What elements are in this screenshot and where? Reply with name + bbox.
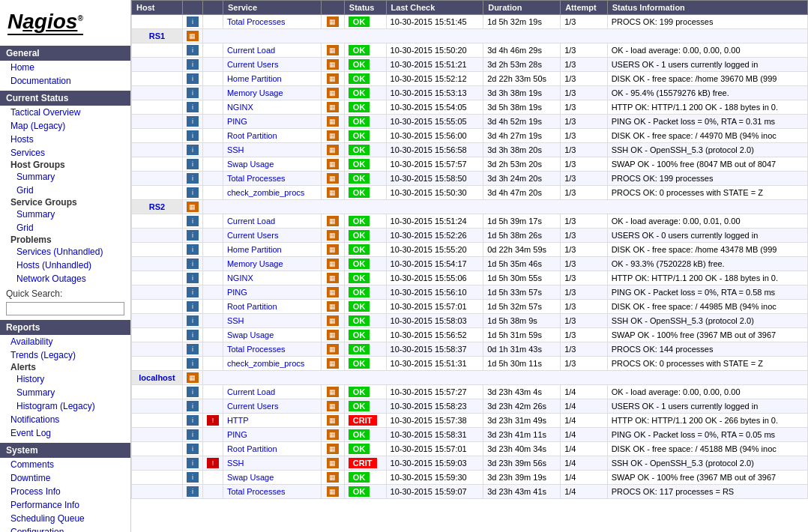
host-graph-icon[interactable]: ▦ bbox=[187, 202, 199, 212]
service-check-icon[interactable]: i bbox=[187, 472, 199, 483]
service-perf-icon[interactable]: ▦ bbox=[327, 344, 339, 354]
service-name-link[interactable]: Current Users bbox=[227, 60, 278, 69]
service-name-link[interactable]: Home Partition bbox=[227, 245, 282, 254]
host-name[interactable]: RS2 bbox=[149, 202, 165, 211]
service-perf-icon[interactable]: ▦ bbox=[327, 415, 339, 426]
sidebar-item-configuration[interactable]: Configuration bbox=[0, 525, 130, 532]
sidebar-item-performance-info[interactable]: Performance Info bbox=[0, 498, 130, 512]
host-name[interactable]: RS1 bbox=[149, 31, 165, 40]
sidebar-item-hosts[interactable]: Hosts bbox=[0, 133, 130, 146]
service-perf-icon[interactable]: ▦ bbox=[327, 187, 339, 198]
service-check-icon[interactable]: i bbox=[187, 59, 199, 70]
service-perf-icon[interactable]: ▦ bbox=[327, 130, 339, 141]
service-check-icon[interactable]: i bbox=[187, 45, 199, 55]
service-name-link[interactable]: SSH bbox=[227, 459, 244, 468]
sidebar-item-process-info[interactable]: Process Info bbox=[0, 485, 130, 498]
service-name-link[interactable]: SSH bbox=[227, 145, 244, 154]
service-perf-icon[interactable]: ▦ bbox=[327, 216, 339, 226]
service-name-link[interactable]: SSH bbox=[227, 316, 244, 325]
service-name-link[interactable]: Home Partition bbox=[227, 74, 282, 83]
service-check-icon[interactable]: i bbox=[187, 130, 199, 141]
sidebar-item-histogram-legacy[interactable]: Histogram (Legacy) bbox=[0, 399, 130, 413]
host-name[interactable]: localhost bbox=[139, 373, 175, 382]
service-perf-icon[interactable]: ▦ bbox=[327, 73, 339, 84]
service-perf-icon[interactable]: ▦ bbox=[327, 315, 339, 326]
service-perf-icon[interactable]: ▦ bbox=[327, 330, 339, 340]
service-flag-icon[interactable]: ! bbox=[207, 415, 219, 426]
service-name-link[interactable]: Current Load bbox=[227, 217, 275, 226]
service-name-link[interactable]: Current Load bbox=[227, 387, 275, 396]
service-perf-icon[interactable]: ▦ bbox=[327, 429, 339, 440]
service-check-icon[interactable]: i bbox=[187, 230, 199, 241]
service-perf-icon[interactable]: ▦ bbox=[327, 486, 339, 497]
service-perf-icon[interactable]: ▦ bbox=[327, 244, 339, 255]
service-perf-icon[interactable]: ▦ bbox=[327, 259, 339, 269]
sidebar-item-hosts-unhandled[interactable]: Hosts (Unhandled) bbox=[0, 259, 130, 272]
service-check-icon[interactable]: i bbox=[187, 429, 199, 440]
service-perf-icon[interactable]: ▦ bbox=[327, 387, 339, 397]
service-name-link[interactable]: Total Processes bbox=[227, 345, 286, 354]
service-check-icon[interactable]: i bbox=[187, 145, 199, 155]
service-check-icon[interactable]: i bbox=[187, 244, 199, 255]
service-name-link[interactable]: Total Processes bbox=[227, 17, 286, 26]
sidebar-item-notifications[interactable]: Notifications bbox=[0, 413, 130, 426]
service-check-icon[interactable]: i bbox=[187, 159, 199, 169]
service-check-icon[interactable]: i bbox=[187, 330, 199, 340]
service-check-icon[interactable]: i bbox=[187, 486, 199, 497]
service-check-icon[interactable]: i bbox=[187, 387, 199, 397]
service-check-icon[interactable]: i bbox=[187, 187, 199, 198]
host-graph-icon[interactable]: ▦ bbox=[187, 372, 199, 383]
service-check-icon[interactable]: i bbox=[187, 73, 199, 84]
service-name-link[interactable]: PING bbox=[227, 430, 247, 439]
host-graph-icon[interactable]: ▦ bbox=[187, 31, 199, 41]
service-name-link[interactable]: PING bbox=[227, 288, 247, 297]
sidebar-item-services-unhandled[interactable]: Services (Unhandled) bbox=[0, 245, 130, 259]
service-perf-icon[interactable]: ▦ bbox=[327, 230, 339, 241]
service-perf-icon[interactable]: ▦ bbox=[327, 173, 339, 184]
service-name-link[interactable]: Swap Usage bbox=[227, 160, 274, 169]
service-check-icon[interactable]: i bbox=[187, 216, 199, 226]
service-name-link[interactable]: NGINX bbox=[227, 273, 253, 282]
service-check-icon[interactable]: i bbox=[187, 16, 199, 27]
service-name-link[interactable]: Memory Usage bbox=[227, 88, 283, 97]
sidebar-item-home[interactable]: Home bbox=[0, 61, 130, 74]
service-perf-icon[interactable]: ▦ bbox=[327, 116, 339, 127]
quick-search-input[interactable] bbox=[6, 302, 124, 315]
service-perf-icon[interactable]: ▦ bbox=[327, 102, 339, 112]
service-check-icon[interactable]: i bbox=[187, 102, 199, 112]
sidebar-item-tactical-overview[interactable]: Tactical Overview bbox=[0, 106, 130, 119]
sidebar-item-documentation[interactable]: Documentation bbox=[0, 74, 130, 88]
service-check-icon[interactable]: i bbox=[187, 415, 199, 426]
service-name-link[interactable]: Total Processes bbox=[227, 487, 286, 496]
service-name-link[interactable]: Current Users bbox=[227, 231, 278, 240]
service-perf-icon[interactable]: ▦ bbox=[327, 145, 339, 155]
service-perf-icon[interactable]: ▦ bbox=[327, 401, 339, 411]
service-check-icon[interactable]: i bbox=[187, 173, 199, 184]
service-check-icon[interactable]: i bbox=[187, 458, 199, 468]
service-perf-icon[interactable]: ▦ bbox=[327, 458, 339, 468]
sidebar-item-map-legacy[interactable]: Map (Legacy) bbox=[0, 119, 130, 133]
sidebar-item-event-log[interactable]: Event Log bbox=[0, 426, 130, 440]
service-perf-icon[interactable]: ▦ bbox=[327, 45, 339, 55]
service-check-icon[interactable]: i bbox=[187, 273, 199, 283]
sidebar-item-comments[interactable]: Comments bbox=[0, 458, 130, 471]
service-name-link[interactable]: Current Users bbox=[227, 402, 278, 411]
sidebar-item-scheduling-queue[interactable]: Scheduling Queue bbox=[0, 512, 130, 525]
service-name-link[interactable]: Total Processes bbox=[227, 174, 286, 183]
service-check-icon[interactable]: i bbox=[187, 259, 199, 269]
service-name-link[interactable]: Root Partition bbox=[227, 131, 277, 140]
service-check-icon[interactable]: i bbox=[187, 301, 199, 312]
service-name-link[interactable]: NGINX bbox=[227, 103, 253, 112]
service-check-icon[interactable]: i bbox=[187, 344, 199, 354]
service-name-link[interactable]: Root Partition bbox=[227, 444, 277, 453]
service-perf-icon[interactable]: ▦ bbox=[327, 16, 339, 27]
sidebar-item-network-outages[interactable]: Network Outages bbox=[0, 272, 130, 285]
service-perf-icon[interactable]: ▦ bbox=[327, 88, 339, 98]
service-name-link[interactable]: Memory Usage bbox=[227, 259, 283, 268]
service-name-link[interactable]: check_zombie_procs bbox=[227, 359, 304, 368]
service-perf-icon[interactable]: ▦ bbox=[327, 287, 339, 297]
service-check-icon[interactable]: i bbox=[187, 315, 199, 326]
sidebar-item-history[interactable]: History bbox=[0, 372, 130, 386]
logo-text[interactable]: Nagios® bbox=[7, 10, 83, 35]
sidebar-item-host-groups-summary[interactable]: Summary bbox=[0, 170, 130, 184]
